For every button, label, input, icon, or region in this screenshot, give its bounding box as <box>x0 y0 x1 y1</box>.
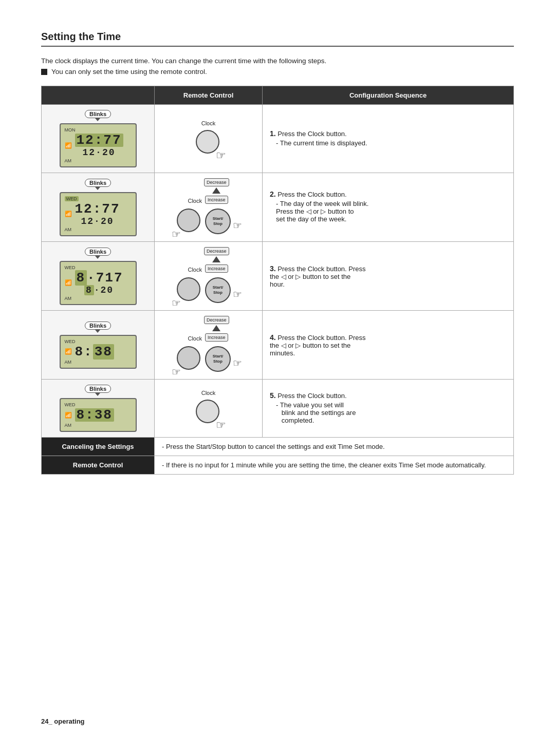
multi-remote-3: Clock Decrease Increase ☞ <box>175 247 242 305</box>
config-cell-4: 4. Press the Clock button. Press the ◁ o… <box>263 311 514 380</box>
bullet-square-icon <box>41 69 47 75</box>
display-cell-1: Blinks MON 📶 12:77 12·20 <box>42 105 155 173</box>
triangle-3 <box>212 256 220 262</box>
lcd-signal-4: 📶 <box>65 348 72 355</box>
remote-cell-2: Clock Decrease Increase ☞ <box>155 173 263 242</box>
increase-btn-3: Increase <box>205 264 228 273</box>
table-row-remote: Remote Control - If there is no input fo… <box>42 456 514 475</box>
display-cell-2: Blinks WED 📶 12:77 12·20 <box>42 173 155 242</box>
blinks-label-4: Blinks <box>85 322 111 330</box>
decrease-btn-4: Decrease <box>204 316 229 324</box>
remote-label-bottom: Remote Control <box>42 456 155 475</box>
lcd-time-main-5: 8:38 <box>75 408 114 422</box>
decrease-btn-2: Decrease <box>204 178 229 186</box>
lcd-time-sub-2: 12·20 <box>75 217 120 226</box>
lcd-am-2: AM <box>65 227 72 232</box>
remote-cell-1: Clock ☞ <box>155 105 263 173</box>
finger-icon-2a: ☞ <box>172 228 181 240</box>
table-row-cancel: Canceling the Settings - Press the Start… <box>42 438 514 456</box>
col-config: Configuration Sequence <box>263 86 514 105</box>
lcd-display-3: WED 📶 8·717 8·20 AM <box>60 261 137 305</box>
finger-icon-3a: ☞ <box>172 297 181 309</box>
lcd-day-2: WED <box>65 196 79 201</box>
lcd-am-3: AM <box>65 296 72 301</box>
lcd-signal-2: 📶 <box>65 211 72 217</box>
display-cell-5: Blinks WED 📶 8:38 <box>42 380 155 438</box>
config-cell-3: 3. Press the Clock button. Press the ◁ o… <box>263 242 514 311</box>
bullet-note: You can only set the time using the remo… <box>41 68 514 75</box>
lcd-day-5: WED <box>65 402 76 407</box>
config-cell-1: 1. Press the Clock button. - The current… <box>263 105 514 173</box>
cancel-text: - Press the Start/Stop button to cancel … <box>155 438 514 456</box>
lcd-signal-1: 📶 <box>65 142 72 149</box>
config-cell-2: 2. Press the Clock button. - The day of … <box>263 173 514 242</box>
remote-cell-3: Clock Decrease Increase ☞ <box>155 242 263 311</box>
lcd-time-main-2: 12:77 <box>75 202 120 216</box>
table-row: Blinks WED 📶 8·717 8·20 <box>42 242 514 311</box>
blinks-label-1: Blinks <box>85 110 111 118</box>
clock-label-3: Clock <box>188 267 202 273</box>
instructions-table: Remote Control Configuration Sequence Bl… <box>41 86 514 475</box>
blinks-label-2: Blinks <box>85 179 111 187</box>
increase-btn-4: Increase <box>205 333 228 342</box>
finger-icon-4b: ☞ <box>233 357 242 369</box>
finger-icon-3b: ☞ <box>233 288 242 300</box>
lcd-display-5: WED 📶 8:38 AM <box>60 398 137 432</box>
triangle-2 <box>212 187 220 194</box>
lcd-display-1: MON 📶 12:77 12·20 AM <box>60 123 137 167</box>
lcd-day-1: MON <box>65 127 76 133</box>
finger-icon-1: ☞ <box>216 149 226 162</box>
startstop-btn-3: Start/Stop <box>205 277 231 303</box>
remote-text: - If there is no input for 1 minute whil… <box>155 456 514 475</box>
clock-button-5: Clock ☞ <box>193 390 224 428</box>
finger-icon-5: ☞ <box>216 419 226 432</box>
col-remote: Remote Control <box>155 86 263 105</box>
multi-remote-4: Clock Decrease Increase ☞ <box>175 316 242 374</box>
lcd-display-2: WED 📶 12:77 12·20 AM <box>60 192 137 236</box>
blinks-label-5: Blinks <box>85 385 111 393</box>
increase-btn-2: Increase <box>205 196 228 204</box>
finger-icon-2b: ☞ <box>233 219 242 232</box>
lcd-am-4: AM <box>65 360 72 365</box>
lcd-day-4: WED <box>65 339 76 344</box>
cancel-label: Canceling the Settings <box>42 438 155 456</box>
remote-cell-4: Clock Decrease Increase ☞ <box>155 311 263 380</box>
lcd-am-5: AM <box>65 423 72 428</box>
clock-label-4: Clock <box>188 335 202 342</box>
clock-label-2: Clock <box>188 198 202 204</box>
lcd-time-main-3: 8·717 <box>75 271 123 285</box>
clock-button-1: Clock ☞ <box>193 120 224 158</box>
lcd-display-4: WED 📶 8:38 AM <box>60 335 137 369</box>
table-row: Blinks WED 📶 12:77 12·20 <box>42 173 514 242</box>
lcd-signal-5: 📶 <box>65 412 72 419</box>
triangle-4 <box>212 325 220 331</box>
decrease-btn-3: Decrease <box>204 247 229 255</box>
lcd-time-sub-3: 8·20 <box>75 286 123 295</box>
page-footer: 24_ operating <box>41 717 85 725</box>
config-cell-5: 5. Press the Clock button. - The value y… <box>263 380 514 438</box>
lcd-time-sub-1: 12·20 <box>75 148 123 157</box>
table-row: Blinks WED 📶 8:38 <box>42 311 514 380</box>
display-cell-4: Blinks WED 📶 8:38 <box>42 311 155 380</box>
remote-cell-5: Clock ☞ <box>155 380 263 438</box>
startstop-btn-4: Start/Stop <box>205 346 231 372</box>
lcd-time-main-1: 12:77 <box>75 134 123 147</box>
intro-text: The clock displays the current time. You… <box>41 57 514 65</box>
lcd-time-main-4: 8:38 <box>75 345 114 358</box>
blinks-label-3: Blinks <box>85 248 111 256</box>
display-cell-3: Blinks WED 📶 8·717 8·20 <box>42 242 155 311</box>
multi-remote-2: Clock Decrease Increase ☞ <box>175 178 242 236</box>
table-row: Blinks MON 📶 12:77 12·20 <box>42 105 514 173</box>
finger-icon-4a: ☞ <box>172 366 181 378</box>
table-row: Blinks WED 📶 8:38 <box>42 380 514 438</box>
page-title: Setting the Time <box>41 31 514 47</box>
note-text: You can only set the time using the remo… <box>51 68 207 75</box>
lcd-am-1: AM <box>65 158 72 163</box>
lcd-day-3: WED <box>65 265 76 270</box>
startstop-btn-2: Start/Stop <box>205 209 231 234</box>
lcd-signal-3: 📶 <box>65 279 72 286</box>
col-display <box>42 86 155 105</box>
